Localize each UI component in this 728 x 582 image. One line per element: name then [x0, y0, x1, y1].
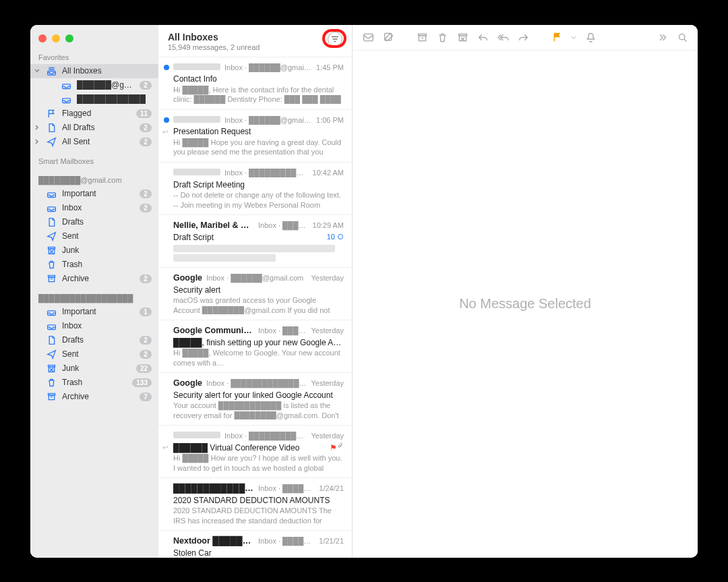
doc-icon [47, 217, 57, 227]
sidebar-item-label: Sent [62, 231, 152, 241]
zoom-icon[interactable] [65, 34, 73, 42]
sidebar-item-trash[interactable]: Trash133 [30, 376, 158, 390]
message-row[interactable]: Nextdoor ██████████Inbox · █████████████… [158, 531, 352, 557]
toolbar [353, 25, 698, 51]
message-row[interactable]: Inbox · ████████████████████10:42 AMDraf… [158, 163, 352, 215]
message-row[interactable]: ███████████████ CPAInbox · █████████1/24… [158, 478, 352, 531]
sidebar-item-flagged[interactable]: Flagged11 [30, 107, 158, 121]
sidebar-item-junk[interactable]: Junk22 [30, 361, 158, 376]
message-mailbox: Inbox · ████████████████████ [224, 431, 307, 441]
sidebar-item-important[interactable]: Important2 [30, 187, 158, 201]
message-list-header: All Inboxes 15,949 messages, 2 unread [158, 25, 352, 57]
mute-icon[interactable] [583, 30, 598, 45]
count-badge: 2 [140, 336, 152, 345]
message-time: 1:06 PM [316, 115, 344, 125]
trash-icon [47, 378, 57, 388]
sidebar-item-label: Inbox [62, 321, 152, 330]
xbin-icon [47, 245, 57, 256]
message-row[interactable]: GoogleInbox · ████████████████YesterdayS… [158, 373, 352, 426]
flag-icon: ⚑ [330, 442, 337, 453]
account-heading: ██████████████████ [30, 290, 158, 305]
message-row[interactable]: Google Community TeamInbox · ██████Yeste… [158, 320, 352, 373]
filter-button[interactable] [328, 32, 342, 47]
message-sender: ███████████████ CPA [173, 483, 254, 494]
sidebar-item-inbox[interactable]: Inbox2 [30, 201, 158, 215]
window-controls [30, 30, 158, 49]
message-sender: Nellie, Maribel & Scott [173, 220, 254, 231]
message-preview: Hi █████ Hope you are having a great day… [173, 138, 344, 156]
message-time: 10:42 AM [313, 168, 344, 178]
sidebar-item-label: ██████@g… [77, 80, 134, 90]
sidebar-item-junk[interactable]: Junk [30, 243, 158, 258]
count-badge: 2 [140, 274, 152, 283]
message-sender: Google Community Team [173, 325, 254, 337]
flag-dropdown-icon[interactable] [570, 30, 578, 45]
flag-icon[interactable] [549, 30, 564, 45]
message-row[interactable]: Nellie, Maribel & ScottInbox · █████████… [158, 215, 352, 268]
doc-icon [47, 123, 57, 133]
message-row[interactable]: Inbox · ██████@gmail.com1:45 PMContact I… [158, 57, 352, 110]
reply-all-icon[interactable] [495, 30, 510, 45]
sidebar-item-label: Archive [62, 274, 134, 283]
message-subject: █████, finish setting up your new Google… [173, 337, 344, 348]
sidebar-item-trash[interactable]: Trash [30, 258, 158, 272]
message-row[interactable]: ↩Inbox · ████████████████████Yesterday██… [158, 426, 352, 478]
sidebar-item-label: Junk [62, 363, 131, 373]
minimize-icon[interactable] [52, 34, 60, 42]
sidebar-item-drafts[interactable]: Drafts [30, 215, 158, 229]
count-badge: 2 [140, 204, 152, 212]
trash-icon[interactable] [435, 30, 450, 45]
tray-icon [47, 203, 57, 213]
sidebar-item--[interactable]: ████████████ [30, 92, 158, 107]
reply-icon[interactable] [475, 30, 490, 45]
sidebar-item-all-sent[interactable]: All Sent2 [30, 135, 158, 149]
tray-icon [47, 321, 57, 331]
sidebar-item-inbox[interactable]: Inbox [30, 319, 158, 333]
message-sender: Google [173, 378, 202, 389]
message-time: Yesterday [311, 378, 344, 388]
mail-window: Favorites All Inboxes██████@g…2█████████… [30, 25, 698, 558]
message-subject: ██████ Virtual Conference Video⚑ [173, 442, 344, 453]
message-row[interactable]: ↩Inbox · ██████@gmail.com1:06 PMPresenta… [158, 110, 352, 163]
paperplane-icon [47, 137, 57, 147]
more-icon[interactable] [655, 30, 669, 45]
sidebar-item-all-drafts[interactable]: All Drafts2 [30, 121, 158, 135]
message-sender: Google [173, 272, 202, 284]
paperplane-icon [47, 231, 57, 241]
message-time: 1/21/21 [319, 536, 344, 546]
sidebar-item-all-inboxes[interactable]: All Inboxes [30, 64, 158, 78]
sidebar-item-important[interactable]: Important1 [30, 305, 158, 319]
message-subject: 2020 STANDARD DEDUCTION AMOUNTS [173, 495, 344, 506]
count-badge: 2 [140, 350, 152, 359]
xbin-icon [47, 363, 57, 374]
sidebar-item-sent[interactable]: Sent [30, 229, 158, 243]
message-mailbox: Inbox · ██████ [258, 326, 307, 336]
message-scroll[interactable]: Inbox · ██████@gmail.com1:45 PMContact I… [158, 57, 352, 558]
message-preview: -- Do not delete or change any of the fo… [173, 190, 344, 209]
tray-icon [47, 307, 57, 317]
svg-rect-14 [49, 395, 54, 400]
envelope-icon[interactable] [361, 30, 375, 45]
sidebar-item-sent[interactable]: Sent2 [30, 347, 158, 361]
unread-dot-icon [164, 117, 169, 123]
archive-icon[interactable] [415, 30, 429, 45]
message-time: Yesterday [311, 326, 344, 336]
sidebar-item-archive[interactable]: Archive7 [30, 390, 158, 404]
sidebar-item-drafts[interactable]: Drafts2 [30, 333, 158, 347]
message-row[interactable]: GoogleInbox · ██████@gmail.comYesterdayS… [158, 268, 352, 320]
sidebar-item-archive[interactable]: Archive2 [30, 272, 158, 286]
tray-all-icon [47, 66, 57, 76]
message-time: Yesterday [311, 431, 344, 441]
sidebar-item-label: Drafts [62, 217, 152, 227]
search-icon[interactable] [675, 30, 690, 45]
junk-icon[interactable] [455, 30, 470, 45]
close-icon[interactable] [38, 34, 47, 42]
forward-icon[interactable] [516, 30, 530, 45]
attachment-indicator: 10 [327, 232, 344, 242]
sidebar-item-label: Trash [62, 260, 152, 269]
compose-icon[interactable] [381, 30, 396, 45]
paperplane-icon [47, 349, 57, 359]
sidebar-item-label: Important [62, 189, 134, 198]
sidebar-item-label: ████████████ [77, 94, 152, 104]
sidebar-item--g-[interactable]: ██████@g…2 [30, 78, 158, 92]
